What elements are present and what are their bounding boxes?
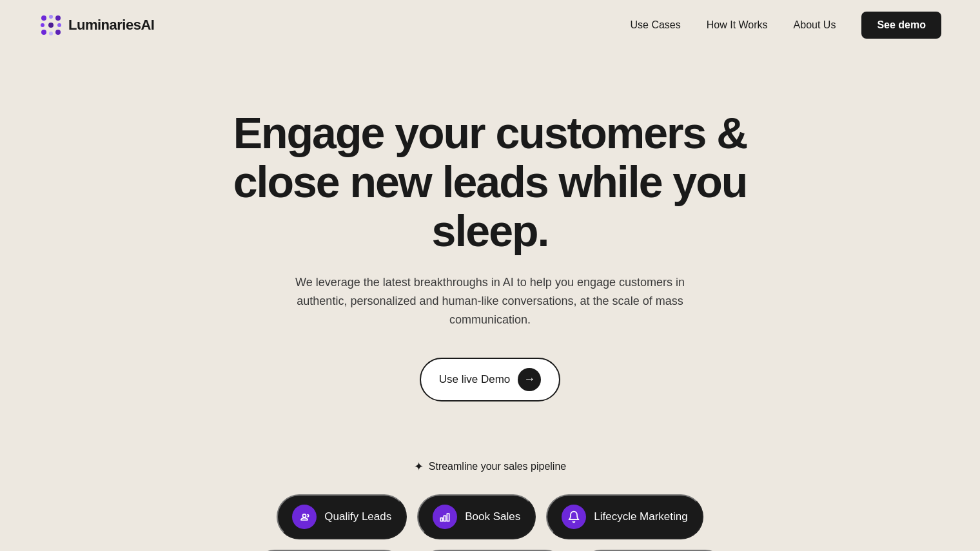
svg-rect-11 (444, 516, 446, 521)
hero-title: Engage your customers & close new leads … (200, 108, 780, 255)
book-sales-label: Book Sales (465, 510, 520, 523)
svg-point-1 (49, 15, 53, 19)
lifecycle-marketing-tag[interactable]: Lifecycle Marketing (546, 494, 703, 539)
nav-links: Use Cases How It Works About Us See demo (631, 12, 941, 39)
svg-point-3 (41, 23, 44, 27)
svg-point-8 (55, 30, 61, 35)
nav-about-us[interactable]: About Us (794, 19, 836, 31)
pipeline-label-text: Streamline your sales pipeline (429, 461, 566, 472)
svg-point-7 (49, 32, 53, 35)
qualify-leads-icon (292, 505, 317, 529)
svg-point-0 (41, 15, 46, 21)
svg-point-9 (303, 514, 306, 517)
svg-point-6 (41, 30, 46, 35)
pipeline-section: ✦ Streamline your sales pipeline Qualify… (0, 440, 980, 551)
svg-point-2 (55, 15, 61, 21)
book-sales-tag[interactable]: Book Sales (417, 494, 536, 539)
nav-how-it-works[interactable]: How It Works (707, 19, 768, 31)
svg-point-5 (57, 23, 61, 27)
logo[interactable]: LuminariesAI (39, 13, 154, 37)
qualify-leads-tag[interactable]: Qualify Leads (277, 494, 407, 539)
use-live-demo-button[interactable]: Use live Demo → (420, 358, 561, 401)
logo-text: LuminariesAI (68, 17, 154, 34)
svg-point-4 (48, 23, 54, 28)
see-demo-button[interactable]: See demo (861, 12, 941, 39)
navbar: LuminariesAI Use Cases How It Works Abou… (0, 0, 980, 50)
sparkle-icon: ✦ (414, 459, 424, 474)
svg-rect-12 (447, 514, 449, 521)
hero-subtitle: We leverage the latest breakthroughs in … (284, 273, 696, 329)
book-sales-icon (433, 505, 457, 529)
qualify-leads-label: Qualify Leads (324, 510, 391, 523)
nav-use-cases[interactable]: Use Cases (631, 19, 681, 31)
pipeline-tags-row-1: Qualify Leads Book Sales Lifecycle Marke… (277, 494, 703, 539)
hero-section: Engage your customers & close new leads … (0, 50, 980, 440)
lifecycle-marketing-label: Lifecycle Marketing (594, 510, 688, 523)
pipeline-label: ✦ Streamline your sales pipeline (414, 459, 566, 474)
logo-icon (39, 13, 63, 37)
arrow-icon: → (518, 368, 541, 391)
svg-rect-10 (441, 518, 443, 521)
lifecycle-marketing-icon (562, 505, 586, 529)
hero-cta-label: Use live Demo (439, 373, 511, 386)
